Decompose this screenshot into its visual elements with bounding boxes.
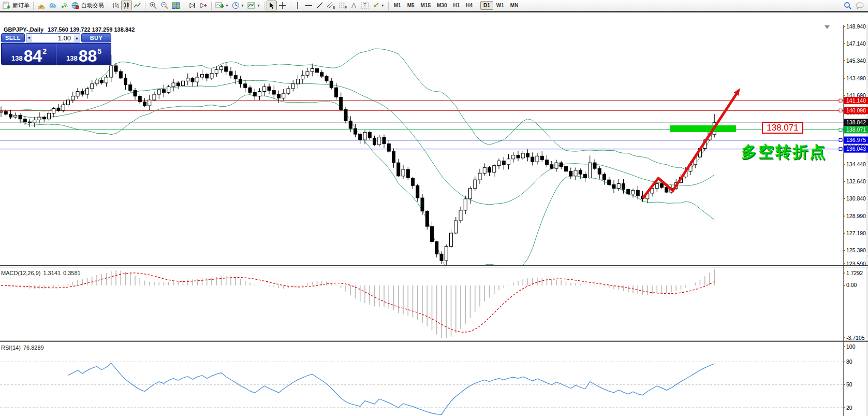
highlight-rectangle[interactable] <box>670 125 736 132</box>
rsi-axis-label: 20 <box>846 405 852 411</box>
symbol-name: GBPJPY-,Daily <box>4 26 43 33</box>
price-axis-label: 130.840 <box>846 195 866 202</box>
price-tag-138.071: 138.071 <box>844 126 868 133</box>
search-icon <box>844 2 852 10</box>
cursor-button[interactable] <box>267 1 277 10</box>
bar-chart-icon <box>112 2 120 9</box>
auto-scroll-button[interactable] <box>186 1 198 10</box>
line-handle[interactable] <box>839 109 842 112</box>
vertical-line-button[interactable] <box>292 1 303 10</box>
tile-windows-icon <box>172 2 180 9</box>
candlestick-chart-button[interactable] <box>121 1 132 10</box>
community-button[interactable] <box>47 1 58 10</box>
crosshair-button[interactable] <box>277 1 288 10</box>
timeframe-h4-button[interactable]: H4 <box>463 1 476 10</box>
svg-text:T: T <box>363 3 366 8</box>
chat-button[interactable] <box>854 1 866 10</box>
chart-canvas[interactable]: 148.940147.140145.340143.490141.690139.8… <box>0 12 868 416</box>
rsi-panel <box>0 362 844 415</box>
svg-text:A: A <box>351 2 356 9</box>
timeframe-mn-button[interactable]: MN <box>507 1 522 10</box>
trend-arrow[interactable] <box>643 88 740 197</box>
buy-button[interactable]: BUY <box>81 33 111 42</box>
arrows-button[interactable]: ▼ <box>371 1 386 10</box>
text-label-button[interactable]: T <box>359 1 371 10</box>
volume-input[interactable] <box>32 34 74 42</box>
line-handle[interactable] <box>839 148 842 151</box>
market-watch-button[interactable] <box>36 1 47 10</box>
chart-shift-marker[interactable] <box>825 25 830 29</box>
turning-point-note[interactable]: 多空转折点 <box>741 141 827 163</box>
bollinger-band[interactable] <box>20 80 714 205</box>
macd-signal-line <box>1 273 714 332</box>
fibonacci-button[interactable]: F <box>337 1 349 10</box>
price-tag-140.098: 140.098 <box>844 107 868 114</box>
zoom-out-icon <box>160 2 169 9</box>
vol-down-button[interactable]: ▼ <box>26 34 32 42</box>
templates-button[interactable]: ▼ <box>246 1 262 10</box>
timeframe-h1-button[interactable]: H1 <box>450 1 463 10</box>
search-button[interactable] <box>842 1 854 10</box>
price-axis-label: 132.640 <box>846 178 866 184</box>
candlestick-series <box>0 55 716 265</box>
dropdown-caret-icon: ▼ <box>257 4 260 7</box>
horizontal-line-button[interactable] <box>303 1 314 10</box>
macd-panel <box>1 269 714 338</box>
toolbar-separator <box>388 2 389 10</box>
equidistant-channel-button[interactable]: E <box>325 1 337 10</box>
autotrading-label: 自动交易 <box>81 2 104 9</box>
toolbar-separator <box>478 2 478 10</box>
buy-price-big: 88 <box>79 49 97 63</box>
buy-price[interactable]: 138 88 5 <box>56 44 111 65</box>
price-callout-box[interactable]: 138.071 <box>762 122 803 134</box>
text-label-icon: T <box>361 2 369 9</box>
timeframe-d1-button[interactable]: D1 <box>480 1 493 10</box>
signals-button[interactable] <box>58 1 70 10</box>
zoom-in-icon <box>149 2 157 9</box>
price-axis-label: 147.140 <box>846 40 866 47</box>
price-axis-label: 145.340 <box>846 58 866 64</box>
timeframe-m15-button[interactable]: M15 <box>418 1 434 10</box>
sell-price-big: 84 <box>24 49 42 63</box>
sell-price[interactable]: 138 84 2 <box>2 44 56 65</box>
candlestick-icon <box>123 2 130 9</box>
timeframe-m30-button[interactable]: M30 <box>434 1 450 10</box>
line-handle[interactable] <box>839 128 842 131</box>
vol-up-button[interactable]: ▲ <box>74 34 80 42</box>
toolbar-separator <box>264 2 264 10</box>
bollinger-band[interactable] <box>20 49 714 169</box>
trendline-button[interactable] <box>314 1 325 10</box>
chart-window[interactable]: 148.940147.140145.340143.490141.690139.8… <box>0 11 868 416</box>
sell-button[interactable]: SELL <box>1 33 25 42</box>
timeframe-m5-button[interactable]: M5 <box>404 1 418 10</box>
line-chart-button[interactable] <box>132 1 143 10</box>
chat-bubble-icon <box>855 2 864 9</box>
autotrading-button[interactable]: 自动交易 <box>70 1 106 10</box>
dropdown-caret-icon: ▼ <box>225 4 229 7</box>
timeframe-m1-button[interactable]: M1 <box>391 1 404 10</box>
svg-text:140.098: 140.098 <box>846 107 866 113</box>
trendline-icon <box>316 2 323 9</box>
price-axis-label: 134.440 <box>846 161 866 167</box>
zoom-in-button[interactable] <box>148 1 159 10</box>
line-handle[interactable] <box>839 99 842 102</box>
periods-button[interactable]: ▼ <box>230 1 246 10</box>
macd-signal-value: 0.3581 <box>63 270 81 276</box>
text-button[interactable]: A <box>349 1 359 10</box>
tile-windows-button[interactable] <box>170 1 182 10</box>
bar-chart-button[interactable] <box>110 1 121 10</box>
chart-shift-button[interactable] <box>198 1 209 10</box>
zoom-out-button[interactable] <box>159 1 170 10</box>
fibonacci-icon: F <box>339 2 347 9</box>
signal-icon <box>60 2 68 9</box>
new-order-label: 新订单 <box>12 2 30 9</box>
auto-scroll-icon <box>188 2 196 9</box>
indicators-button[interactable]: ▼ <box>214 1 230 10</box>
line-handle[interactable] <box>839 139 842 142</box>
new-order-button[interactable]: 新订单 <box>1 1 31 10</box>
quote-price-display[interactable]: 138 84 2 138 88 5 <box>1 43 111 65</box>
timeframe-w1-button[interactable]: W1 <box>493 1 507 10</box>
rsi-axis-label: 80 <box>846 358 852 365</box>
macd-label: MACD(12,26,9)1.31410.3581 <box>1 270 83 276</box>
chart-shift-icon <box>199 2 208 9</box>
